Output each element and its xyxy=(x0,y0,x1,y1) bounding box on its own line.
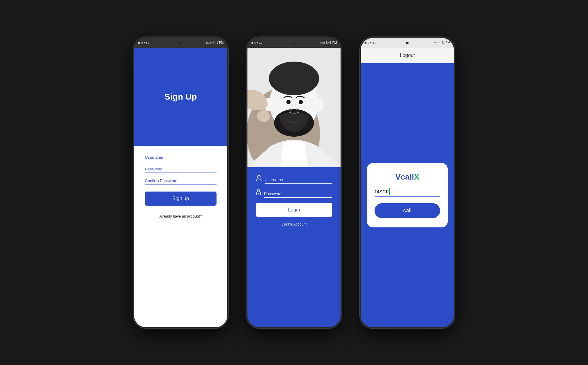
svg-point-11 xyxy=(257,175,260,178)
username-label: Username xyxy=(145,155,217,160)
login-screen: Username Password xyxy=(247,48,341,327)
user-icon xyxy=(256,175,262,182)
password-label: Password xyxy=(145,167,217,171)
username-field: Username xyxy=(145,155,217,161)
login-password-label: Password xyxy=(264,192,332,196)
time-display-3: 4:41 PM xyxy=(439,41,450,44)
login-bottom: Username Password xyxy=(247,167,341,327)
vcallx-input-wrap[interactable]: nishit xyxy=(375,188,440,197)
status-bar-2: ▣ ⊖ ▾ ▲₄ [K%] 4:41 PM xyxy=(247,38,341,48)
svg-point-10 xyxy=(299,100,303,104)
lock-icon xyxy=(256,189,261,196)
vcallx-card: VcallX nishit call xyxy=(367,163,448,227)
wifi-icon-3: ▾ xyxy=(370,41,371,44)
signup-title: Sign Up xyxy=(164,92,197,102)
vcallx-call-text: call xyxy=(401,172,414,181)
confirm-password-field: Confirm Password xyxy=(145,178,217,184)
wifi-icon-2: ▾ xyxy=(257,41,258,44)
signup-body: Username Password Confirm Password Sign … xyxy=(134,146,227,327)
username-underline xyxy=(145,161,217,161)
bars-icon-3: ▲₄ xyxy=(372,41,375,44)
vcallx-v-letter: V xyxy=(395,172,401,181)
password-field: Password xyxy=(145,167,217,173)
camera-dot-2 xyxy=(293,42,295,44)
phone3-content: Logout VcallX nishit xyxy=(361,48,454,327)
input-text: nishit xyxy=(375,188,389,195)
signal-icon-3: ▣ xyxy=(364,41,367,44)
bars-icon: ▲₄ xyxy=(145,41,149,44)
text-cursor xyxy=(389,188,390,195)
login-username-line xyxy=(265,183,332,184)
bars-icon-2: ▲₄ xyxy=(259,41,262,44)
time-display-2: 4:41 PM xyxy=(326,41,337,44)
vcallx-input-value: nishit xyxy=(375,188,440,195)
signal-icon: ▣ xyxy=(138,41,140,44)
svg-point-9 xyxy=(286,100,291,104)
signup-screen: Sign Up Username Password Confirm Passwo… xyxy=(134,48,227,327)
status-bar-3: ▣ ⊖ ▾ ▲₄ [K%] 4:41 PM xyxy=(361,38,454,48)
svg-point-3 xyxy=(269,62,319,95)
camera-dot-3 xyxy=(406,42,409,44)
confirm-password-underline xyxy=(145,184,217,184)
svg-point-5 xyxy=(315,98,324,111)
battery-icon-2: [K%] xyxy=(320,41,325,44)
phone-signup: ▣ ⊖ ▾ ▲₄ [K%] 4:41 PM Sign Up Username xyxy=(133,37,228,328)
signup-footer-text: Already have an account? xyxy=(145,211,217,222)
camera-dot xyxy=(179,42,182,44)
right-status-icons: [K%] 4:41 PM xyxy=(206,41,224,44)
right-status-icons-2: [K%] 4:41 PM xyxy=(320,41,337,44)
time-display: 4:41 PM xyxy=(212,41,224,44)
phone1-content: Sign Up Username Password Confirm Passwo… xyxy=(134,48,227,327)
svg-point-13 xyxy=(258,193,259,194)
phone-logout: ▣ ⊖ ▾ ▲₄ [K%] 4:41 PM Logout VcallX xyxy=(360,37,455,328)
logout-topbar: Logout xyxy=(361,48,454,63)
login-username-label: Username xyxy=(265,177,332,182)
left-status-icons-2: ▣ ⊖ ▾ ▲₄ xyxy=(251,41,262,44)
phone-login: ▣ ⊖ ▾ ▲₄ [K%] 4:41 PM xyxy=(247,37,341,328)
logout-card-area: VcallX nishit call xyxy=(361,63,454,327)
login-password-line xyxy=(264,197,332,198)
right-status-icons-3: [K%] 4:41 PM xyxy=(433,41,450,44)
signal-icon-2: ▣ xyxy=(251,41,254,44)
login-button[interactable]: Login xyxy=(256,203,332,217)
network-icon: ⊖ xyxy=(141,41,143,44)
signup-header: Sign Up xyxy=(134,48,227,146)
username-field-wrap: Username xyxy=(265,177,332,184)
confirm-password-label: Confirm Password xyxy=(145,178,217,183)
left-status-icons-3: ▣ ⊖ ▾ ▲₄ xyxy=(364,41,375,44)
wifi-icon: ▾ xyxy=(144,41,145,44)
left-status-icons: ▣ ⊖ ▾ ▲₄ xyxy=(138,41,149,44)
status-bar-1: ▣ ⊖ ▾ ▲₄ [K%] 4:41 PM xyxy=(134,38,227,48)
logout-title: Logout xyxy=(400,53,415,58)
battery-icon: [K%] xyxy=(206,41,212,44)
create-account-text[interactable]: Create Account xyxy=(256,222,332,226)
login-password-field: Password xyxy=(256,189,332,198)
password-field-wrap: Password xyxy=(264,192,332,198)
login-username-field: Username xyxy=(256,175,332,184)
network-icon-3: ⊖ xyxy=(368,41,370,44)
password-underline xyxy=(145,173,217,173)
vcallx-brand: VcallX xyxy=(395,172,419,182)
call-button[interactable]: call xyxy=(375,203,440,218)
login-illustration xyxy=(247,48,341,167)
network-icon-2: ⊖ xyxy=(254,41,256,44)
signup-button[interactable]: Sign up xyxy=(145,192,217,206)
vcallx-x-letter: X xyxy=(414,172,419,181)
logout-screen: Logout VcallX nishit xyxy=(361,48,454,327)
phone2-content: Username Password xyxy=(247,48,341,327)
battery-icon-3: [K%] xyxy=(433,41,438,44)
